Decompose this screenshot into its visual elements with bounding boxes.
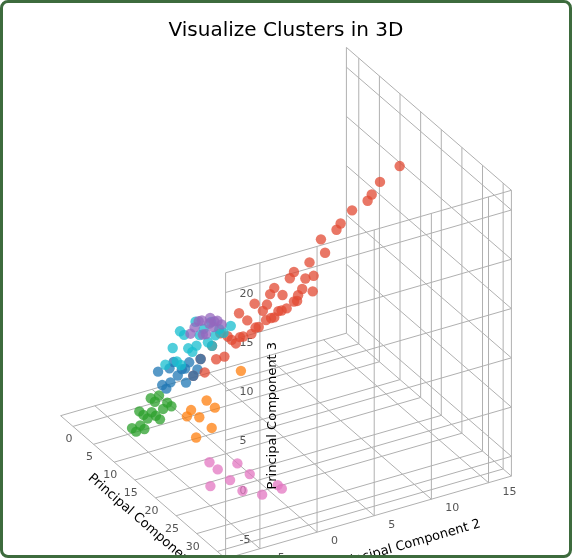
- svg-text:-5: -5: [240, 533, 251, 546]
- point-cluster-cyan: [172, 356, 182, 366]
- z-axis-label: Principal Component 3: [264, 342, 279, 489]
- point-cluster-green: [134, 406, 144, 416]
- point-cluster-red: [320, 248, 330, 258]
- point-cluster-magenta: [225, 475, 235, 485]
- point-cluster-cyan: [175, 326, 185, 336]
- point-cluster-red: [276, 305, 286, 315]
- point-cluster-purple: [185, 328, 195, 338]
- point-cluster-cyan: [160, 360, 170, 370]
- point-cluster-cyan: [226, 321, 236, 331]
- svg-text:10: 10: [240, 385, 254, 398]
- point-cluster-green: [158, 404, 168, 414]
- point-cluster-blue: [188, 371, 198, 381]
- point-cluster-red: [249, 298, 259, 308]
- point-cluster-cyan: [183, 343, 193, 353]
- svg-text:0: 0: [331, 534, 338, 547]
- point-cluster-orange: [191, 432, 201, 442]
- chart-frame: Visualize Clusters in 3D 05101520253035 …: [0, 0, 572, 558]
- point-cluster-red: [238, 331, 248, 341]
- point-cluster-red: [375, 177, 385, 187]
- point-cluster-orange: [206, 423, 216, 433]
- point-cluster-red: [265, 289, 275, 299]
- point-cluster-blue: [195, 354, 205, 364]
- svg-text:20: 20: [240, 287, 254, 300]
- svg-text:10: 10: [445, 501, 459, 514]
- point-cluster-red: [300, 273, 310, 283]
- point-cluster-orange: [194, 412, 204, 422]
- point-cluster-red: [261, 315, 271, 325]
- point-cluster-magenta: [204, 457, 214, 467]
- point-cluster-orange: [182, 411, 192, 421]
- point-cluster-red: [234, 308, 244, 318]
- point-cluster-blue: [157, 380, 167, 390]
- point-cluster-red: [304, 257, 314, 267]
- point-cluster-red: [285, 273, 295, 283]
- point-cluster-cyan: [167, 343, 177, 353]
- point-cluster-red: [362, 196, 372, 206]
- point-cluster-red: [211, 354, 221, 364]
- svg-text:5: 5: [86, 450, 93, 463]
- point-cluster-red: [316, 234, 326, 244]
- svg-text:5: 5: [388, 518, 395, 531]
- point-cluster-green: [127, 423, 137, 433]
- point-cluster-red: [277, 290, 287, 300]
- svg-text:-5: -5: [274, 551, 285, 555]
- point-cluster-magenta: [232, 458, 242, 468]
- svg-text:5: 5: [240, 434, 247, 447]
- point-cluster-magenta: [257, 489, 267, 499]
- point-cluster-red: [331, 225, 341, 235]
- point-cluster-red: [394, 161, 404, 171]
- y-axis-label: Principal Component 2: [336, 515, 482, 555]
- point-cluster-green: [146, 393, 156, 403]
- scatter-3d-plot: 05101520253035 -5051015 -505101520 Princ…: [3, 3, 569, 555]
- point-cluster-orange: [236, 366, 246, 376]
- point-cluster-magenta: [245, 469, 255, 479]
- point-cluster-red: [242, 315, 252, 325]
- point-cluster-magenta: [213, 464, 223, 474]
- point-cluster-red: [347, 205, 357, 215]
- point-cluster-red: [292, 296, 302, 306]
- point-cluster-red: [258, 306, 268, 316]
- point-cluster-magenta: [205, 481, 215, 491]
- svg-text:0: 0: [65, 432, 72, 445]
- svg-text:15: 15: [503, 485, 517, 498]
- point-cluster-orange: [201, 395, 211, 405]
- point-cluster-red: [200, 367, 210, 377]
- point-cluster-red: [307, 286, 317, 296]
- point-cluster-orange: [210, 402, 220, 412]
- point-cluster-magenta: [237, 486, 247, 496]
- point-cluster-purple: [204, 318, 214, 328]
